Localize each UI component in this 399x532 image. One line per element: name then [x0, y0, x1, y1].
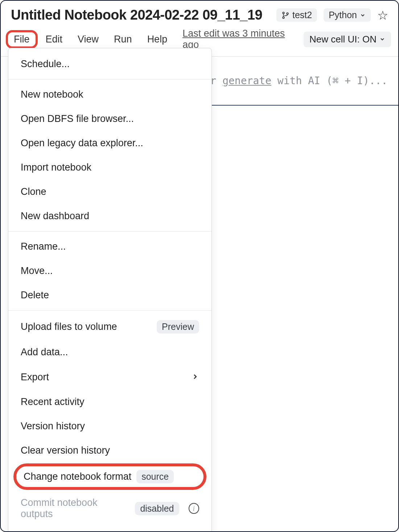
preview-badge: Preview [157, 320, 199, 333]
file-menu-dropdown: Schedule... New notebook Open DBFS file … [8, 48, 212, 532]
file-open-dbfs[interactable]: Open DBFS file browser... [8, 107, 211, 131]
last-edit-link[interactable]: Last edit was 3 minutes ago [182, 28, 303, 50]
file-commit-notebook-outputs: Commit notebook outputs disabled i [8, 491, 211, 526]
menu-edit[interactable]: Edit [38, 31, 70, 48]
file-new-notebook[interactable]: New notebook [8, 82, 211, 107]
file-change-notebook-format[interactable]: Change notebook format source [13, 463, 206, 490]
branch-icon [281, 11, 289, 19]
chevron-down-icon [360, 12, 366, 18]
file-move[interactable]: Move... [8, 259, 211, 283]
file-add-data[interactable]: Add data... [8, 340, 211, 364]
file-version-history[interactable]: Version history [8, 414, 211, 438]
title-bar: Untitled Notebook 2024-02-22 09_11_19 te… [1, 1, 398, 23]
format-badge: source [136, 470, 174, 483]
new-cell-ui-toggle[interactable]: New cell UI: ON [304, 32, 391, 47]
menu-run[interactable]: Run [107, 31, 139, 48]
new-cell-label: New cell UI: ON [309, 34, 377, 45]
disabled-badge: disabled [135, 502, 179, 515]
file-open-legacy-explorer[interactable]: Open legacy data explorer... [8, 131, 211, 155]
kernel-label: Python [329, 10, 357, 20]
branch-name: test2 [292, 10, 312, 20]
file-upload-to-volume[interactable]: Upload files to volume Preview [8, 314, 211, 340]
file-schedule[interactable]: Schedule... [8, 52, 211, 76]
file-rename[interactable]: Rename... [8, 234, 211, 259]
chevron-down-icon [379, 36, 385, 42]
favorite-star-icon[interactable]: ☆ [377, 8, 388, 22]
menu-separator [8, 79, 211, 79]
file-import-notebook[interactable]: Import notebook [8, 155, 211, 180]
file-recent-activity[interactable]: Recent activity [8, 390, 211, 414]
svg-point-2 [287, 13, 288, 15]
file-change-default-cell-language[interactable]: Change default cell language... [8, 526, 211, 532]
file-new-dashboard[interactable]: New dashboard [8, 204, 211, 228]
git-branch-pill[interactable]: test2 [276, 8, 317, 22]
chevron-right-icon [191, 371, 199, 383]
menu-file[interactable]: File [6, 30, 38, 49]
file-export[interactable]: Export [8, 364, 211, 390]
file-clone[interactable]: Clone [8, 180, 211, 204]
svg-point-1 [283, 17, 284, 19]
file-delete[interactable]: Delete [8, 283, 211, 307]
notebook-title[interactable]: Untitled Notebook 2024-02-22 09_11_19 [11, 7, 270, 23]
generate-link[interactable]: generate [222, 75, 271, 87]
kernel-selector[interactable]: Python [324, 8, 371, 22]
file-clear-version-history[interactable]: Clear version history [8, 438, 211, 463]
menu-separator [8, 231, 211, 232]
info-icon[interactable]: i [189, 503, 199, 514]
menu-separator [8, 310, 211, 311]
svg-point-0 [283, 12, 284, 14]
menu-view[interactable]: View [70, 31, 106, 48]
menu-help[interactable]: Help [140, 31, 175, 48]
